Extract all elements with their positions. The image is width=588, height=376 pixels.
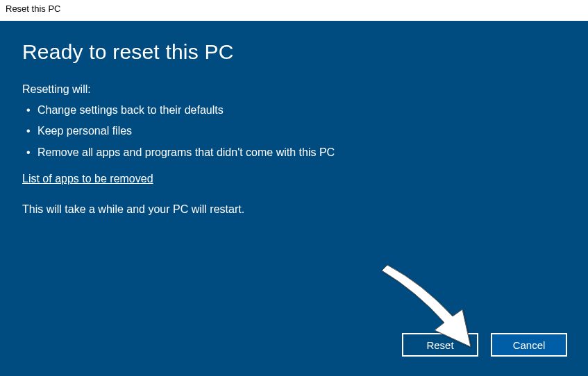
dialog-heading: Ready to reset this PC	[22, 40, 566, 64]
resetting-will-label: Resetting will:	[22, 83, 566, 96]
reset-dialog: Ready to reset this PC Resetting will: C…	[0, 21, 588, 376]
list-item: Remove all apps and programs that didn't…	[22, 142, 566, 163]
list-of-apps-link[interactable]: List of apps to be removed	[22, 173, 153, 185]
reset-actions-list: Change settings back to their defaults K…	[22, 100, 566, 163]
restart-note: This will take a while and your PC will …	[22, 203, 566, 216]
reset-button[interactable]: Reset	[402, 333, 478, 357]
cancel-button[interactable]: Cancel	[491, 333, 567, 357]
list-item: Keep personal files	[22, 121, 566, 142]
window-title: Reset this PC	[6, 3, 60, 14]
window-title-bar: Reset this PC	[0, 0, 588, 21]
list-item: Change settings back to their defaults	[22, 100, 566, 121]
dialog-button-row: Reset Cancel	[402, 333, 567, 357]
